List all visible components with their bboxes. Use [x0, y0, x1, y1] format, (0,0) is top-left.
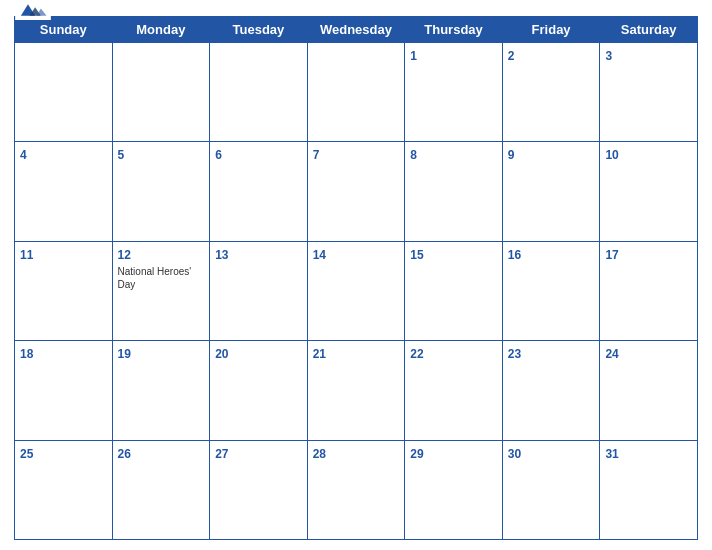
- day-number: 26: [118, 447, 131, 461]
- calendar-cell: 25: [15, 440, 113, 539]
- week-row-4: 18192021222324: [15, 341, 698, 440]
- week-row-2: 45678910: [15, 142, 698, 241]
- calendar-cell: 8: [405, 142, 503, 241]
- calendar-cell: 5: [112, 142, 210, 241]
- calendar-cell: 15: [405, 241, 503, 340]
- day-number: 8: [410, 148, 417, 162]
- calendar-cell: 26: [112, 440, 210, 539]
- day-number: 27: [215, 447, 228, 461]
- calendar-cell: 19: [112, 341, 210, 440]
- calendar-cell: 2: [502, 43, 600, 142]
- day-number: 29: [410, 447, 423, 461]
- day-number: 16: [508, 248, 521, 262]
- day-number: 25: [20, 447, 33, 461]
- day-number: 22: [410, 347, 423, 361]
- calendar-cell: 7: [307, 142, 405, 241]
- calendar-cell: 20: [210, 341, 308, 440]
- day-number: 20: [215, 347, 228, 361]
- calendar-cell: 10: [600, 142, 698, 241]
- event-label: National Heroes' Day: [118, 265, 205, 291]
- day-number: 9: [508, 148, 515, 162]
- calendar-cell: 18: [15, 341, 113, 440]
- calendar-cell: 28: [307, 440, 405, 539]
- calendar-cell: 27: [210, 440, 308, 539]
- calendar-cell: 4: [15, 142, 113, 241]
- calendar-cell: 11: [15, 241, 113, 340]
- day-number: 5: [118, 148, 125, 162]
- calendar-cell: 1: [405, 43, 503, 142]
- calendar-cell: 13: [210, 241, 308, 340]
- day-number: 1: [410, 49, 417, 63]
- day-number: 11: [20, 248, 33, 262]
- calendar-cell: 21: [307, 341, 405, 440]
- weekday-monday: Monday: [112, 17, 210, 43]
- weekday-wednesday: Wednesday: [307, 17, 405, 43]
- day-number: 4: [20, 148, 27, 162]
- day-number: 13: [215, 248, 228, 262]
- weekday-header-row: SundayMondayTuesdayWednesdayThursdayFrid…: [15, 17, 698, 43]
- weekday-friday: Friday: [502, 17, 600, 43]
- calendar-cell: 24: [600, 341, 698, 440]
- day-number: 23: [508, 347, 521, 361]
- day-number: 24: [605, 347, 618, 361]
- calendar-cell: 3: [600, 43, 698, 142]
- week-row-5: 25262728293031: [15, 440, 698, 539]
- calendar-cell: 9: [502, 142, 600, 241]
- calendar-cell: [112, 43, 210, 142]
- calendar-cell: 29: [405, 440, 503, 539]
- day-number: 15: [410, 248, 423, 262]
- day-number: 28: [313, 447, 326, 461]
- weekday-thursday: Thursday: [405, 17, 503, 43]
- day-number: 7: [313, 148, 320, 162]
- day-number: 3: [605, 49, 612, 63]
- calendar-cell: 17: [600, 241, 698, 340]
- calendar-cell: 12National Heroes' Day: [112, 241, 210, 340]
- calendar-table: SundayMondayTuesdayWednesdayThursdayFrid…: [14, 16, 698, 540]
- calendar-cell: 14: [307, 241, 405, 340]
- calendar-wrapper: SundayMondayTuesdayWednesdayThursdayFrid…: [0, 0, 712, 550]
- calendar-cell: 30: [502, 440, 600, 539]
- weekday-sunday: Sunday: [15, 17, 113, 43]
- calendar-cell: [15, 43, 113, 142]
- calendar-cell: [307, 43, 405, 142]
- day-number: 10: [605, 148, 618, 162]
- calendar-cell: 23: [502, 341, 600, 440]
- day-number: 2: [508, 49, 515, 63]
- svg-rect-0: [15, 0, 51, 20]
- day-number: 12: [118, 248, 131, 262]
- calendar-cell: 31: [600, 440, 698, 539]
- day-number: 31: [605, 447, 618, 461]
- logo-icon: [14, 0, 52, 20]
- day-number: 6: [215, 148, 222, 162]
- week-row-3: 1112National Heroes' Day1314151617: [15, 241, 698, 340]
- day-number: 19: [118, 347, 131, 361]
- day-number: 21: [313, 347, 326, 361]
- weekday-saturday: Saturday: [600, 17, 698, 43]
- calendar-cell: 22: [405, 341, 503, 440]
- week-row-1: 123: [15, 43, 698, 142]
- day-number: 17: [605, 248, 618, 262]
- calendar-cell: [210, 43, 308, 142]
- logo: [14, 0, 52, 20]
- weekday-tuesday: Tuesday: [210, 17, 308, 43]
- calendar-cell: 6: [210, 142, 308, 241]
- calendar-cell: 16: [502, 241, 600, 340]
- day-number: 14: [313, 248, 326, 262]
- day-number: 18: [20, 347, 33, 361]
- day-number: 30: [508, 447, 521, 461]
